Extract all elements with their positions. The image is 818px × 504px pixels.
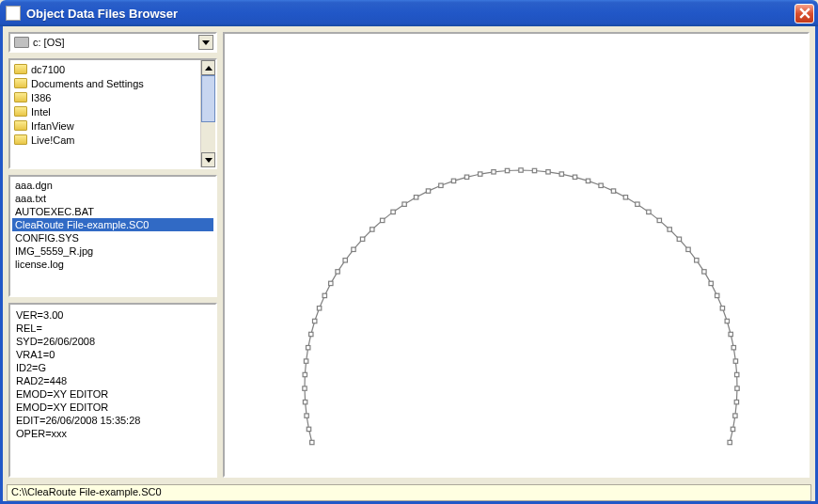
- folder-icon: [14, 92, 27, 102]
- chevron-down-icon: [205, 158, 212, 163]
- status-path: C:\\CleaRoute File-example.SC0: [7, 484, 811, 501]
- svg-rect-13: [336, 270, 339, 274]
- close-icon: [799, 8, 810, 19]
- svg-rect-23: [439, 183, 443, 187]
- svg-rect-19: [391, 210, 395, 213]
- svg-rect-48: [720, 307, 724, 310]
- chevron-up-icon: [205, 66, 212, 71]
- svg-rect-37: [623, 196, 627, 199]
- folder-item[interactable]: IrfanView: [12, 118, 198, 133]
- file-item[interactable]: CONFIG.SYS: [12, 231, 213, 244]
- file-list[interactable]: aaa.dgnaaa.txtAUTOEXEC.BATCleaRoute File…: [8, 175, 217, 297]
- svg-rect-9: [313, 319, 317, 323]
- svg-rect-41: [668, 228, 671, 231]
- drive-selected-label: c: [OS]: [33, 37, 198, 48]
- svg-rect-3: [303, 400, 307, 403]
- chevron-down-icon: [202, 40, 210, 45]
- folder-icon: [14, 120, 27, 131]
- window-titlebar: Object Data Files Browser: [0, 0, 818, 26]
- metadata-line: EDIT=26/06/2008 15:35:28: [16, 414, 210, 427]
- folder-item[interactable]: Intel: [12, 104, 198, 118]
- metadata-line: EMOD=XY EDITOR: [16, 387, 210, 401]
- metadata-line: ID2=G: [16, 361, 210, 374]
- svg-rect-11: [322, 293, 326, 297]
- svg-rect-30: [532, 168, 536, 172]
- svg-rect-16: [360, 237, 364, 241]
- svg-rect-46: [709, 281, 713, 285]
- folder-label: Documents and Settings: [31, 78, 144, 89]
- svg-rect-45: [702, 270, 706, 274]
- svg-rect-56: [733, 414, 737, 417]
- folder-icon: [14, 78, 27, 88]
- svg-rect-25: [464, 175, 468, 179]
- file-item[interactable]: aaa.txt: [12, 192, 213, 205]
- scroll-thumb[interactable]: [201, 75, 215, 122]
- svg-rect-12: [329, 281, 333, 285]
- svg-rect-34: [586, 179, 590, 182]
- svg-rect-28: [505, 168, 509, 172]
- file-item[interactable]: AUTOEXEC.BAT: [12, 205, 213, 218]
- svg-rect-40: [657, 218, 661, 222]
- folder-tree[interactable]: dc7100Documents and SettingsI386IntelIrf…: [8, 58, 217, 169]
- metadata-line: SYD=26/06/2008: [16, 335, 210, 348]
- folder-item[interactable]: dc7100: [12, 62, 198, 76]
- window-title: Object Data Files Browser: [26, 7, 794, 21]
- svg-rect-21: [414, 196, 417, 199]
- svg-rect-43: [686, 247, 690, 251]
- folder-item[interactable]: I386: [12, 90, 198, 104]
- file-item[interactable]: license.log: [12, 258, 213, 271]
- svg-rect-58: [728, 440, 731, 444]
- folder-icon: [14, 106, 27, 117]
- folder-label: Intel: [31, 106, 51, 118]
- folder-label: IrfanView: [31, 120, 74, 132]
- svg-rect-22: [426, 189, 430, 193]
- svg-rect-47: [716, 293, 719, 297]
- svg-rect-52: [733, 359, 737, 363]
- folder-item[interactable]: Documents and Settings: [12, 76, 198, 90]
- svg-rect-1: [307, 427, 310, 431]
- svg-rect-57: [731, 427, 734, 431]
- folder-icon: [14, 134, 27, 145]
- drive-combobox[interactable]: c: [OS]: [8, 32, 217, 53]
- folder-item[interactable]: Live!Cam: [12, 133, 198, 147]
- folder-label: I386: [31, 92, 51, 103]
- svg-rect-5: [303, 372, 307, 376]
- status-bar: C:\\CleaRoute File-example.SC0: [0, 483, 818, 504]
- svg-rect-14: [343, 259, 347, 262]
- folder-label: dc7100: [31, 64, 65, 75]
- svg-rect-53: [735, 372, 739, 376]
- svg-rect-2: [305, 414, 308, 417]
- svg-rect-10: [317, 307, 321, 310]
- metadata-line: REL=: [16, 322, 210, 335]
- scroll-track[interactable]: [201, 75, 215, 152]
- metadata-line: OPER=xxx: [16, 427, 210, 440]
- close-button[interactable]: [794, 4, 814, 24]
- file-item[interactable]: aaa.dgn: [12, 179, 213, 192]
- svg-rect-0: [310, 440, 314, 444]
- folder-label: Live!Cam: [31, 134, 74, 146]
- folder-icon: [14, 64, 27, 74]
- svg-rect-55: [734, 400, 738, 403]
- svg-rect-18: [381, 218, 385, 222]
- folder-scrollbar[interactable]: [200, 60, 215, 167]
- file-item[interactable]: CleaRoute File-example.SC0: [12, 218, 213, 231]
- svg-rect-36: [611, 189, 615, 193]
- metadata-line: VER=3.00: [16, 308, 210, 322]
- app-icon: [6, 6, 21, 21]
- svg-rect-33: [573, 175, 576, 179]
- svg-rect-42: [677, 237, 681, 241]
- metadata-line: RAD2=448: [16, 374, 210, 387]
- file-item[interactable]: IMG_5559_R.jpg: [12, 244, 213, 258]
- svg-rect-51: [731, 346, 735, 350]
- svg-rect-20: [402, 202, 406, 206]
- svg-rect-27: [492, 170, 496, 174]
- combobox-arrow[interactable]: [198, 35, 213, 50]
- scroll-down-button[interactable]: [201, 152, 215, 167]
- svg-rect-54: [735, 386, 739, 390]
- svg-rect-38: [636, 202, 639, 206]
- svg-rect-4: [303, 386, 307, 390]
- svg-rect-44: [695, 259, 699, 262]
- svg-rect-7: [307, 346, 310, 350]
- scroll-up-button[interactable]: [201, 60, 215, 75]
- svg-rect-32: [559, 172, 563, 176]
